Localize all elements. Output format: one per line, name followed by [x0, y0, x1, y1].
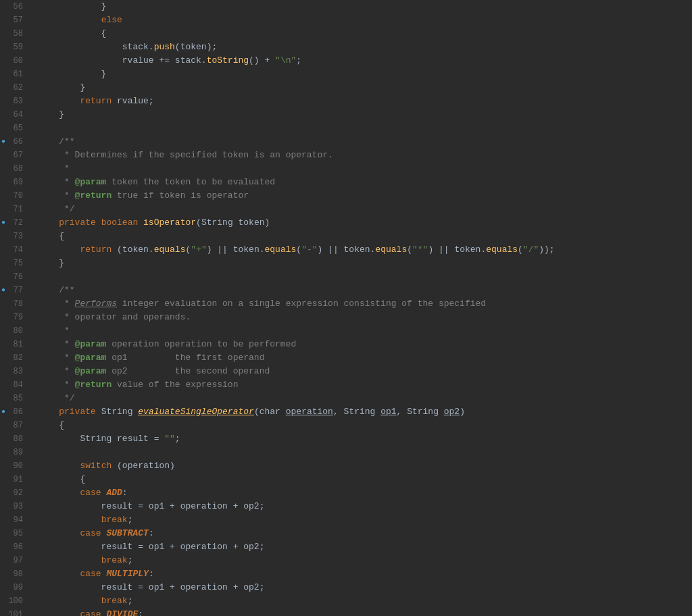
line-number: 71	[0, 203, 27, 216]
line-number: 88	[0, 432, 27, 446]
line-number: 67	[0, 149, 27, 162]
code-line: case ADD:	[38, 486, 692, 500]
line-number: 66	[0, 135, 27, 149]
line-number: 82	[0, 351, 27, 365]
line-number: 98	[0, 567, 27, 581]
line-number: 62	[0, 81, 27, 95]
line-number: 91	[0, 473, 27, 486]
code-line: return (token.equals("+") || token.equal…	[38, 243, 692, 257]
code-line: * @param operation operation to be perfo…	[38, 338, 692, 351]
line-number: 57	[0, 14, 27, 27]
line-number: 80	[0, 324, 27, 338]
code-line: break;	[38, 554, 692, 567]
code-line: break;	[38, 594, 692, 608]
code-line: *	[38, 162, 692, 176]
line-number: 60	[0, 54, 27, 68]
code-line: */	[38, 392, 692, 405]
line-number: 95	[0, 527, 27, 540]
code-line: private boolean isOperator(String token)	[38, 216, 692, 230]
line-number: 89	[0, 446, 27, 459]
code-line: * operator and operands.	[38, 311, 692, 324]
code-line: case DIVIDE:	[38, 608, 692, 616]
code-line: {	[38, 27, 692, 41]
line-number: 100	[0, 594, 27, 608]
line-number: 74	[0, 243, 27, 257]
line-number: 94	[0, 513, 27, 527]
line-number: 97	[0, 554, 27, 567]
line-number: 81	[0, 338, 27, 351]
code-line: * Determines if the specified token is a…	[38, 149, 692, 162]
line-number: 64	[0, 108, 27, 122]
code-line: return rvalue;	[38, 95, 692, 108]
code-line: * @return value of the expression	[38, 378, 692, 392]
code-line: }	[38, 68, 692, 81]
code-line: }	[38, 81, 692, 95]
code-line: * @param op1 the first operand	[38, 351, 692, 365]
code-line: case MULTIPLY:	[38, 567, 692, 581]
code-line: switch (operation)	[38, 459, 692, 473]
code-line: }	[38, 257, 692, 270]
line-number: 61	[0, 68, 27, 81]
code-line: {	[38, 419, 692, 432]
code-line	[38, 122, 692, 135]
line-number: 63	[0, 95, 27, 108]
code-line	[38, 446, 692, 459]
line-number: 76	[0, 270, 27, 284]
line-number: 92	[0, 486, 27, 500]
line-number: 73	[0, 230, 27, 243]
code-line: case SUBTRACT:	[38, 527, 692, 540]
code-line: {	[38, 473, 692, 486]
line-number: 58	[0, 27, 27, 41]
line-number: 96	[0, 540, 27, 554]
line-number: 101	[0, 608, 27, 616]
code-line: stack.push(token);	[38, 41, 692, 54]
line-number-gutter: 5657585960616263646566676869707172737475…	[0, 0, 32, 616]
line-number: 70	[0, 189, 27, 203]
code-line: result = op1 + operation + op2;	[38, 500, 692, 513]
line-number: 72	[0, 216, 27, 230]
line-number: 59	[0, 41, 27, 54]
code-line	[38, 270, 692, 284]
code-line: else	[38, 14, 692, 27]
line-number: 84	[0, 378, 27, 392]
code-line: private String evaluateSingleOperator(ch…	[38, 405, 692, 419]
line-number: 93	[0, 500, 27, 513]
code-line: /**	[38, 284, 692, 297]
line-number: 68	[0, 162, 27, 176]
code-line: * @return true if token is operator	[38, 189, 692, 203]
line-number: 75	[0, 257, 27, 270]
line-number: 77	[0, 284, 27, 297]
line-number: 79	[0, 311, 27, 324]
code-line: break;	[38, 513, 692, 527]
code-line: result = op1 + operation + op2;	[38, 581, 692, 594]
code-line: * @param token the token to be evaluated	[38, 176, 692, 189]
code-line: */	[38, 203, 692, 216]
code-line: rvalue += stack.toString() + "\n";	[38, 54, 692, 68]
line-number: 99	[0, 581, 27, 594]
code-area: } else { stack.push(token); rvalue += st…	[32, 0, 692, 616]
line-number: 78	[0, 297, 27, 311]
line-number: 56	[0, 0, 27, 14]
code-line: }	[38, 0, 692, 14]
code-line: *	[38, 324, 692, 338]
code-line: * Performs integer evaluation on a singl…	[38, 297, 692, 311]
line-number: 83	[0, 365, 27, 378]
code-editor: 5657585960616263646566676869707172737475…	[0, 0, 692, 616]
code-line: {	[38, 230, 692, 243]
line-number: 87	[0, 419, 27, 432]
code-line: String result = "";	[38, 432, 692, 446]
line-number: 85	[0, 392, 27, 405]
line-number: 69	[0, 176, 27, 189]
code-line: result = op1 + operation + op2;	[38, 540, 692, 554]
code-line: }	[38, 108, 692, 122]
code-line: * @param op2 the second operand	[38, 365, 692, 378]
line-number: 65	[0, 122, 27, 135]
code-line: /**	[38, 135, 692, 149]
line-number: 86	[0, 405, 27, 419]
line-number: 90	[0, 459, 27, 473]
